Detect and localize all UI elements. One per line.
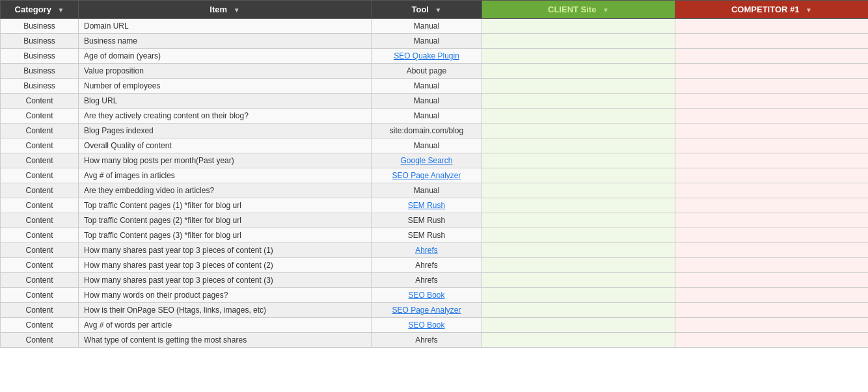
client-value-cell[interactable] [482,198,675,213]
client-value-cell[interactable] [482,228,675,243]
client-value-cell[interactable] [482,153,675,168]
tool-cell: About page [372,64,482,79]
competitor-value-cell[interactable] [675,273,869,288]
competitor-value-cell[interactable] [675,198,869,213]
tool-link[interactable]: SEO Book [408,320,444,330]
category-filter-icon[interactable]: ▼ [58,7,64,14]
client-value-cell[interactable] [482,258,675,273]
competitor-value-cell[interactable] [675,333,869,348]
tool-cell: Manual [372,94,482,109]
competitor-value-cell[interactable] [675,258,869,273]
table-row: BusinessNumber of employeesManual [1,79,869,94]
competitor-value-cell[interactable] [675,213,869,228]
item-cell: Top traffic Content pages (2) *filter fo… [79,213,372,228]
client-filter-icon[interactable]: ▼ [603,7,609,14]
tool-cell[interactable]: SEO Book [372,288,482,303]
tool-cell[interactable]: SEO Page Analyzer [372,303,482,318]
tool-cell[interactable]: SEO Quake Plugin [372,49,482,64]
client-value-cell[interactable] [482,288,675,303]
competitor-value-cell[interactable] [675,228,869,243]
category-cell: Business [1,79,79,94]
client-value-cell[interactable] [482,168,675,183]
category-header[interactable]: Category ▼ [1,1,79,19]
item-filter-icon[interactable]: ▼ [234,7,240,14]
tool-cell[interactable]: Google Search [372,153,482,168]
tool-link[interactable]: SEO Page Analyzer [392,306,461,315]
table-row: ContentHow many blog posts per month(Pas… [1,153,869,168]
tool-link[interactable]: SEO Quake Plugin [394,51,459,60]
client-value-cell[interactable] [482,124,675,138]
client-value-cell[interactable] [482,94,675,109]
client-value-cell[interactable] [482,183,675,198]
client-header[interactable]: CLIENT Site ▼ [482,1,675,19]
competitor-header[interactable]: COMPETITOR #1 ▼ [675,1,869,19]
competitor-value-cell[interactable] [675,288,869,303]
tool-link[interactable]: Google Search [400,156,452,165]
tool-link[interactable]: SEO Book [408,291,444,300]
tool-link[interactable]: SEM Rush [408,201,445,210]
client-value-cell[interactable] [482,19,675,34]
client-value-cell[interactable] [482,34,675,49]
client-value-cell[interactable] [482,79,675,94]
competitor-value-cell[interactable] [675,94,869,109]
item-cell: Age of domain (years) [79,49,372,64]
tool-cell[interactable]: SEM Rush [372,198,482,213]
item-cell: How many shares past year top 3 pieces o… [79,258,372,273]
competitor-value-cell[interactable] [675,168,869,183]
table-row: BusinessDomain URLManual [1,19,869,34]
competitor-value-cell[interactable] [675,34,869,49]
client-value-cell[interactable] [482,213,675,228]
competitor-value-cell[interactable] [675,303,869,318]
competitor-value-cell[interactable] [675,138,869,153]
tool-link[interactable]: Ahrefs [415,246,438,255]
client-value-cell[interactable] [482,303,675,318]
competitor-value-cell[interactable] [675,243,869,258]
comp-filter-icon[interactable]: ▼ [806,7,812,14]
table-row: ContentHow many shares past year top 3 p… [1,243,869,258]
tool-header[interactable]: Tool ▼ [372,1,482,19]
tool-filter-icon[interactable]: ▼ [435,7,442,14]
tool-cell: Manual [372,34,482,49]
table-row: BusinessValue propositionAbout page [1,64,869,79]
client-value-cell[interactable] [482,243,675,258]
client-value-cell[interactable] [482,333,675,348]
table-row: ContentTop traffic Content pages (2) *fi… [1,213,869,228]
table-row: ContentOverall Quality of contentManual [1,138,869,153]
category-cell: Content [1,153,79,168]
client-value-cell[interactable] [482,273,675,288]
tool-cell[interactable]: Ahrefs [372,243,482,258]
category-cell: Content [1,183,79,198]
category-cell: Content [1,124,79,138]
table-row: ContentAre they actively creating conten… [1,109,869,124]
competitor-value-cell[interactable] [675,109,869,124]
competitor-value-cell[interactable] [675,49,869,64]
table-row: ContentHow many shares past year top 3 p… [1,273,869,288]
competitor-value-cell[interactable] [675,64,869,79]
item-header[interactable]: Item ▼ [79,1,372,19]
client-value-cell[interactable] [482,64,675,79]
client-value-cell[interactable] [482,318,675,333]
category-cell: Content [1,318,79,333]
client-value-cell[interactable] [482,49,675,64]
competitor-value-cell[interactable] [675,19,869,34]
competitor-value-cell[interactable] [675,318,869,333]
tool-cell: site:domain.com/blog [372,124,482,138]
category-cell: Content [1,243,79,258]
client-value-cell[interactable] [482,109,675,124]
tool-cell[interactable]: SEO Page Analyzer [372,168,482,183]
competitor-value-cell[interactable] [675,153,869,168]
tool-cell[interactable]: SEO Book [372,318,482,333]
table-row: ContentTop traffic Content pages (1) *fi… [1,198,869,213]
item-cell: Are they embedding video in articles? [79,183,372,198]
competitor-value-cell[interactable] [675,183,869,198]
client-value-cell[interactable] [482,138,675,153]
category-cell: Business [1,19,79,34]
competitor-value-cell[interactable] [675,79,869,94]
item-cell: How many shares past year top 3 pieces o… [79,243,372,258]
category-cell: Business [1,64,79,79]
category-cell: Content [1,288,79,303]
tool-link[interactable]: SEO Page Analyzer [392,171,461,180]
table-row: ContentAvg # of images in articlesSEO Pa… [1,168,869,183]
item-cell: Avg # of images in articles [79,168,372,183]
competitor-value-cell[interactable] [675,124,869,138]
